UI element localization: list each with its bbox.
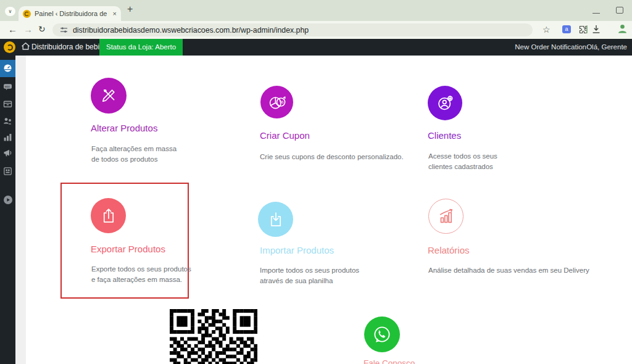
tab-search-chevron-icon[interactable]: ∨ [5, 7, 15, 16]
forward-arrow-icon[interactable]: → [23, 24, 33, 35]
store-logo-icon[interactable] [4, 41, 15, 53]
admin-bar-greeting[interactable]: Olá, Gerente [586, 39, 627, 56]
browser-tab-strip: ∨ Painel ‹ Distribuidora de bebida × + [0, 0, 632, 21]
toolbar-separator [586, 25, 588, 33]
wp-sidebar: woo [0, 56, 15, 364]
dashboard-gauge-icon [3, 64, 12, 73]
profile-icon[interactable] [617, 23, 628, 34]
home-icon[interactable] [21, 42, 30, 51]
url-text[interactable]: distribuidorabebidasdemo.wswebcriacoes.c… [73, 26, 309, 35]
importar-produtos-link[interactable]: Importar Produtos [260, 245, 334, 255]
alterar-produtos-button[interactable] [91, 78, 127, 114]
relatorios-link[interactable]: Relatórios [428, 245, 470, 255]
pencil-tag-icon [99, 86, 118, 105]
whatsapp-icon [372, 324, 393, 345]
export-icon [99, 206, 118, 226]
relatorios-button[interactable] [428, 199, 464, 234]
criar-cupon-link[interactable]: Criar Cupon [260, 130, 310, 141]
alterar-produtos-link[interactable]: Alterar Produtos [91, 123, 157, 133]
svg-text:%: % [279, 99, 283, 105]
back-arrow-icon[interactable]: ← [8, 24, 17, 35]
sidebar-item-woocommerce[interactable]: woo [3, 82, 12, 91]
import-icon [266, 210, 286, 230]
coupon-icon: % [267, 93, 287, 112]
clientes-button[interactable] [428, 86, 462, 120]
sidebar-item-video[interactable] [3, 195, 13, 205]
tab-title: Painel ‹ Distribuidora de bebida [35, 10, 109, 17]
reload-icon[interactable]: ↻ [38, 24, 46, 34]
whatsapp-label[interactable]: Fale Conosco [364, 358, 415, 364]
reports-icon [436, 206, 457, 227]
site-info-icon[interactable] [60, 27, 68, 33]
store-status-badge[interactable]: Status da Loja: Aberto [99, 39, 183, 56]
exportar-produtos-link[interactable]: Exportar Produtos [91, 244, 165, 254]
customers-icon [435, 93, 455, 113]
new-tab-button[interactable]: + [127, 4, 133, 15]
new-order-notification-item[interactable]: New Order Notification [515, 39, 586, 56]
sidebar-item-products[interactable] [3, 99, 12, 109]
site-favicon-icon [23, 10, 31, 18]
translate-icon[interactable]: a [562, 25, 571, 33]
relatorios-description: Análise detalhada de suas vendas em seu … [428, 265, 589, 276]
clientes-link[interactable]: Clientes [428, 130, 461, 141]
sidebar-item-analytics[interactable] [3, 133, 12, 142]
tab-close-icon[interactable]: × [113, 10, 117, 17]
alterar-produtos-description: Faça alterações em massade todos os prod… [91, 144, 177, 164]
importar-produtos-button[interactable] [258, 202, 293, 237]
exportar-produtos-button[interactable] [91, 198, 126, 233]
minimize-icon[interactable] [592, 13, 600, 14]
restore-icon[interactable] [616, 7, 623, 14]
screen: ∨ Painel ‹ Distribuidora de bebida × + ←… [0, 0, 632, 364]
importar-produtos-description: Importe todos os seus produtosatravés de… [260, 265, 359, 286]
sidebar-item-users[interactable] [3, 117, 12, 126]
qr-code [170, 309, 257, 364]
clientes-description: Acesse todos os seusclientes cadastrados [428, 151, 497, 172]
address-bar[interactable]: distribuidorabebidasdemo.wswebcriacoes.c… [52, 23, 533, 36]
criar-cupon-description: Crie seus cupons de desconto personaliza… [260, 152, 404, 162]
whatsapp-button[interactable] [364, 316, 400, 352]
exportar-produtos-description: Exporte todos os seus produtose faça alt… [91, 264, 191, 284]
download-icon[interactable] [592, 25, 601, 34]
wp-admin-bar: Distribuidora de bebidas Status da Loja:… [0, 39, 632, 56]
sidebar-item-dashboard[interactable] [0, 60, 15, 77]
browser-tab[interactable]: Painel ‹ Distribuidora de bebida × [19, 6, 121, 21]
sidebar-item-marketing[interactable] [3, 148, 12, 157]
svg-text:woo: woo [5, 85, 10, 88]
sidebar-item-plugins[interactable] [3, 167, 12, 176]
bookmark-star-icon[interactable]: ☆ [543, 25, 551, 35]
criar-cupon-button[interactable]: % [260, 86, 293, 118]
